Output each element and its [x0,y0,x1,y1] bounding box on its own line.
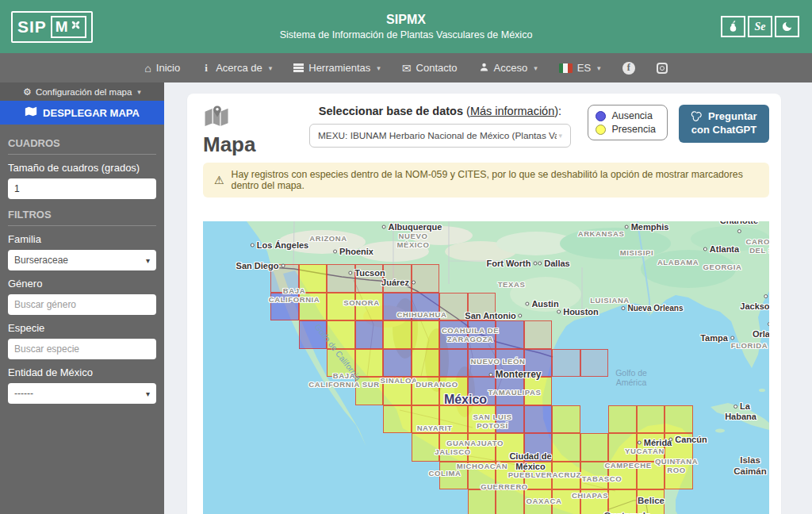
nav-item-acerca-de[interactable]: iAcerca de▾ [201,62,272,75]
grid-cell[interactable] [355,320,384,349]
grid-cell[interactable] [637,405,665,434]
grid-cell[interactable] [468,320,496,349]
config-del-mapa-toggle[interactable]: ⚙ Configuración del mapa ▾ [0,82,164,101]
desplegar-mapa-button[interactable]: DESPLEGAR MAPA [0,101,164,125]
grid-cell[interactable] [665,433,693,462]
grid-cell[interactable] [383,349,412,378]
grid-cell[interactable] [355,264,384,293]
grid-cell[interactable] [383,264,412,293]
grid-cell[interactable] [496,377,524,405]
genero-input[interactable] [8,294,156,315]
grid-cell[interactable] [412,320,440,349]
nav-item-inicio[interactable]: ⌂Inicio [144,62,180,74]
se-logo[interactable]: Se [748,16,772,37]
grid-cell[interactable] [524,405,553,434]
grid-cell[interactable] [468,462,496,490]
grid-cell[interactable] [383,405,412,434]
sipmx-logo[interactable]: SIP M [11,11,93,43]
grid-cell[interactable] [299,320,327,349]
grid-cell[interactable] [383,320,412,349]
grid-cell[interactable] [496,489,524,514]
grid-cell[interactable] [412,405,440,434]
mas-informacion-link[interactable]: Más información [470,105,554,117]
grid-cell[interactable] [496,405,524,434]
grid-cell[interactable] [608,433,637,462]
grid-cell[interactable] [270,293,299,321]
grid-cell[interactable] [468,377,496,405]
grid-cell[interactable] [637,462,665,490]
grid-cell[interactable] [439,405,468,434]
grid-cell[interactable] [496,433,524,462]
grid-cell[interactable] [524,462,553,490]
grid-cell[interactable] [383,293,412,321]
grid-cell[interactable] [637,489,665,514]
grid-cell[interactable] [439,462,468,490]
grid-cell[interactable] [665,405,693,434]
moon-icon[interactable] [775,16,799,37]
grid-cell[interactable] [608,489,637,514]
grid-cell[interactable] [580,489,609,514]
grid-cell[interactable] [355,349,384,378]
familia-select[interactable]: Burseraceae ▾ [8,250,156,270]
database-select[interactable]: MEXU: IBUNAM Herbario Nacional de México… [309,124,571,148]
grid-cell[interactable] [355,293,384,321]
grid-cell[interactable] [496,462,524,490]
grid-cell[interactable] [580,349,609,378]
grid-cell[interactable] [524,489,553,514]
grid-cell[interactable] [412,264,440,293]
grid-cell[interactable] [383,377,412,405]
grid-cell[interactable] [524,377,553,405]
chatgpt-button[interactable]: Preguntar con ChatGPT [679,105,769,143]
grid-cell[interactable] [327,320,355,349]
nav-item-contacto[interactable]: ✉Contacto [402,62,458,74]
especie-input[interactable] [8,339,156,359]
grid-cell[interactable] [299,293,327,321]
grid-cell[interactable] [524,320,553,349]
grid-cell[interactable] [412,433,440,462]
grid-cell[interactable] [665,462,693,490]
grid-cell[interactable] [299,264,327,293]
grid-cell[interactable] [608,462,637,490]
grid-cell[interactable] [327,293,355,321]
grid-cell[interactable] [496,320,524,349]
nav-item-herramientas[interactable]: Herramientas▾ [293,62,381,74]
grid-cell[interactable] [580,433,609,462]
grid-cell[interactable] [439,433,468,462]
nav-item-instagram[interactable] [657,63,668,74]
grid-cell[interactable] [439,349,468,378]
grid-cell[interactable] [608,405,637,434]
mexico-grid-map[interactable]: Los ÁngelesSan DiegoPhoenixTucsonAlbuque… [203,221,769,514]
grid-cell[interactable] [327,349,355,378]
grid-cell[interactable] [524,433,553,462]
grid-cell[interactable] [468,433,496,462]
grid-cell[interactable] [580,462,609,490]
entidad-select[interactable]: ------ ▾ [8,383,156,404]
fruit-icon[interactable] [721,16,745,37]
chevron-down-icon: ▾ [377,64,381,72]
grid-cell[interactable] [496,349,524,378]
grid-cell[interactable] [552,433,580,462]
grid-cell[interactable] [439,293,468,321]
grid-cell[interactable] [468,405,496,434]
nav-item-es[interactable]: ES▾ [559,62,601,74]
grid-cell[interactable] [524,349,553,378]
grid-cell[interactable] [270,264,299,293]
grid-cell[interactable] [412,377,440,405]
grid-cell[interactable] [552,489,580,514]
grid-cell[interactable] [355,377,384,405]
grid-cell[interactable] [327,264,355,293]
grid-cell[interactable] [552,349,580,378]
grid-cell[interactable] [468,293,496,321]
grid-cell[interactable] [439,320,468,349]
nav-item-acceso[interactable]: Acceso▾ [479,62,538,75]
grid-cell[interactable] [412,293,440,321]
grid-cell[interactable] [468,489,496,514]
grid-cell[interactable] [412,349,440,378]
nav-item-facebook[interactable]: f [622,62,635,75]
grid-cell[interactable] [552,462,580,490]
grid-cell[interactable] [637,433,665,462]
grid-cell[interactable] [468,349,496,378]
grid-cell[interactable] [439,377,468,405]
tamano-cuadros-input[interactable] [8,178,156,199]
grid-cell[interactable] [552,405,580,434]
